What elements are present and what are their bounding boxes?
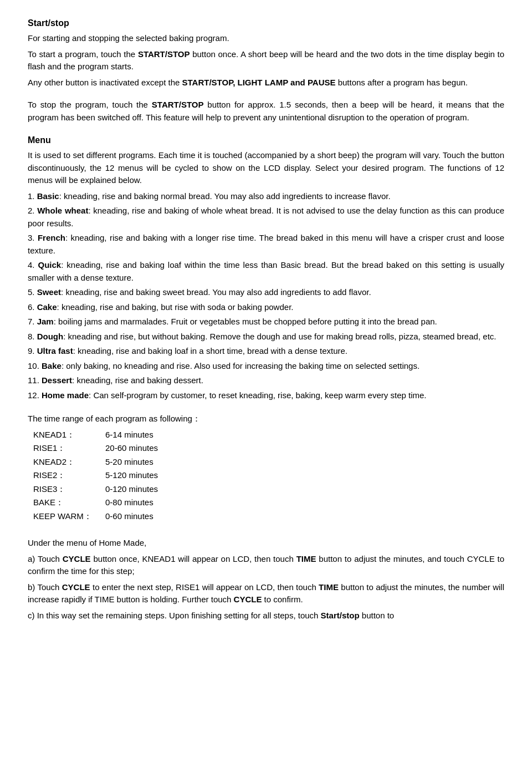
step-a-bold1: CYCLE xyxy=(63,554,91,563)
item5-number: 5. xyxy=(28,287,37,297)
step-b-bold2: TIME xyxy=(319,582,339,592)
step-b-suffix2: to confirm. xyxy=(262,595,303,604)
item9-text: : kneading, rise and baking loaf in a sh… xyxy=(73,346,347,356)
item7-number: 7. xyxy=(28,317,37,326)
step-c-prefix: c) In this way set the remaining steps. … xyxy=(28,611,321,620)
home-made-section: Under the menu of Home Made, a) Touch CY… xyxy=(28,537,504,622)
home-made-step-c: c) In this way set the remaining steps. … xyxy=(28,610,504,622)
para3-bold: START/STOP, LIGHT LAMP and PAUSE xyxy=(182,78,336,87)
time-range-row-keepwarm: KEEP WARM： 0-60 minutes xyxy=(33,510,504,523)
rise1-label: RISE1： xyxy=(33,442,105,455)
item10-number: 10. xyxy=(28,361,42,370)
step-c-bold1: Start/stop xyxy=(321,611,360,620)
item10-bold: Bake xyxy=(42,361,62,370)
step-b-prefix: b) Touch xyxy=(28,582,62,592)
item1-number: 1. xyxy=(28,191,37,201)
start-stop-section: Start/stop For starting and stopping the… xyxy=(28,17,504,124)
step-c-suffix: button to xyxy=(360,611,395,620)
item6-number: 6. xyxy=(28,302,37,312)
knead2-value: 5-20 minutes xyxy=(105,456,154,469)
menu-items-list: 1. Basic: kneading, rise and baking norm… xyxy=(28,190,504,402)
keepwarm-value: 0-60 minutes xyxy=(105,510,154,523)
para3-prefix: Any other button is inactivated except t… xyxy=(28,78,182,87)
item7-text: : boiling jams and marmalades. Fruit or … xyxy=(54,317,437,326)
home-made-step-b: b) Touch CYCLE to enter the next step, R… xyxy=(28,581,504,606)
para4-prefix: To stop the program, touch the xyxy=(28,100,152,109)
menu-item-5: 5. Sweet: kneading, rise and baking swee… xyxy=(28,286,504,299)
item11-text: : kneading, rise and baking dessert. xyxy=(72,375,203,385)
menu-item-7: 7. Jam: boiling jams and marmalades. Fru… xyxy=(28,316,504,328)
item7-bold: Jam xyxy=(37,317,54,326)
item4-number: 4. xyxy=(28,260,38,270)
item6-bold: Cake xyxy=(37,302,57,312)
menu-item-2: 2. Whole wheat: kneading, rise and bakin… xyxy=(28,205,504,230)
step-a-prefix: a) Touch xyxy=(28,554,63,563)
item3-text: : kneading, rise and baking with a longe… xyxy=(28,233,504,255)
item12-bold: Home made xyxy=(42,390,89,400)
menu-para1: It is used to set different programs. Ea… xyxy=(28,149,504,187)
time-range-intro: The time range of each program as follow… xyxy=(28,413,504,425)
menu-title: Menu xyxy=(28,134,504,147)
rise3-label: RISE3： xyxy=(33,483,105,496)
keepwarm-label: KEEP WARM： xyxy=(33,510,105,523)
step-a-bold2: TIME xyxy=(296,554,316,563)
time-range-section: The time range of each program as follow… xyxy=(28,413,504,522)
item11-number: 11. xyxy=(28,375,42,385)
bake-value: 0-80 minutes xyxy=(105,496,154,509)
step-b-bold3: CYCLE xyxy=(234,595,262,604)
item4-text: : kneading, rise and baking loaf within … xyxy=(28,260,504,282)
start-stop-para2: To start a program, touch the START/STOP… xyxy=(28,48,504,73)
time-range-row-knead1: KNEAD1： 6-14 minutes xyxy=(33,429,504,441)
rise2-label: RISE2： xyxy=(33,469,105,482)
start-stop-title: Start/stop xyxy=(28,17,504,30)
item9-bold: Ultra fast xyxy=(37,346,73,356)
step-b-bold1: CYCLE xyxy=(62,582,90,592)
menu-item-8: 8. Dough: kneading and rise, but without… xyxy=(28,331,504,343)
time-range-row-knead2: KNEAD2： 5-20 minutes xyxy=(33,456,504,469)
menu-item-4: 4. Quick: kneading, rise and baking loaf… xyxy=(28,259,504,284)
item10-text: : only baking, no kneading and rise. Als… xyxy=(62,361,420,370)
item2-number: 2. xyxy=(28,206,37,215)
item5-text: : kneading, rise and baking sweet bread.… xyxy=(61,287,371,297)
menu-item-6: 6. Cake: kneading, rise and baking, but … xyxy=(28,301,504,314)
menu-item-10: 10. Bake: only baking, no kneading and r… xyxy=(28,360,504,373)
bake-label: BAKE： xyxy=(33,496,105,509)
item8-number: 8. xyxy=(28,332,37,341)
item1-text: : kneading, rise and baking normal bread… xyxy=(59,191,391,201)
time-range-row-rise1: RISE1： 20-60 minutes xyxy=(33,442,504,455)
item2-text: : kneading, rise and baking of whole whe… xyxy=(28,206,504,228)
item12-text: : Can self-program by customer, to reset… xyxy=(89,390,426,400)
menu-item-3: 3. French: kneading, rise and baking wit… xyxy=(28,232,504,257)
menu-item-12: 12. Home made: Can self-program by custo… xyxy=(28,389,504,402)
item4-bold: Quick xyxy=(38,260,62,270)
knead2-label: KNEAD2： xyxy=(33,456,105,469)
rise1-value: 20-60 minutes xyxy=(105,442,158,455)
item11-bold: Dessert xyxy=(42,375,72,385)
home-made-intro: Under the menu of Home Made, xyxy=(28,537,504,550)
para2-bold: START/STOP xyxy=(138,49,190,59)
menu-section: Menu It is used to set different program… xyxy=(28,134,504,402)
para2-prefix: To start a program, touch the xyxy=(28,49,138,59)
rise3-value: 0-120 minutes xyxy=(105,483,158,496)
item12-number: 12. xyxy=(28,390,42,400)
time-range-table: KNEAD1： 6-14 minutes RISE1： 20-60 minute… xyxy=(33,429,504,523)
item9-number: 9. xyxy=(28,346,37,356)
para4-bold: START/STOP xyxy=(152,100,204,109)
item8-bold: Dough xyxy=(37,332,63,341)
home-made-step-a: a) Touch CYCLE button once, KNEAD1 will … xyxy=(28,553,504,578)
time-range-row-rise2: RISE2： 5-120 minutes xyxy=(33,469,504,482)
item5-bold: Sweet xyxy=(37,287,61,297)
time-range-row-bake: BAKE： 0-80 minutes xyxy=(33,496,504,509)
step-b-middle1: to enter the next step, RISE1 will appea… xyxy=(90,582,319,592)
item8-text: : kneading and rise, but without baking.… xyxy=(63,332,496,341)
para3-suffix: buttons after a program has begun. xyxy=(336,78,468,87)
start-stop-para3: Any other button is inactivated except t… xyxy=(28,77,504,89)
time-range-row-rise3: RISE3： 0-120 minutes xyxy=(33,483,504,496)
item3-bold: French xyxy=(38,233,65,242)
knead1-value: 6-14 minutes xyxy=(105,429,154,441)
menu-item-1: 1. Basic: kneading, rise and baking norm… xyxy=(28,190,504,203)
item1-bold: Basic xyxy=(37,191,59,201)
item6-text: : kneading, rise and baking, but rise wi… xyxy=(57,302,294,312)
step-a-middle1: button once, KNEAD1 will appear on LCD, … xyxy=(91,554,296,563)
item2-bold: Whole wheat xyxy=(37,206,88,215)
